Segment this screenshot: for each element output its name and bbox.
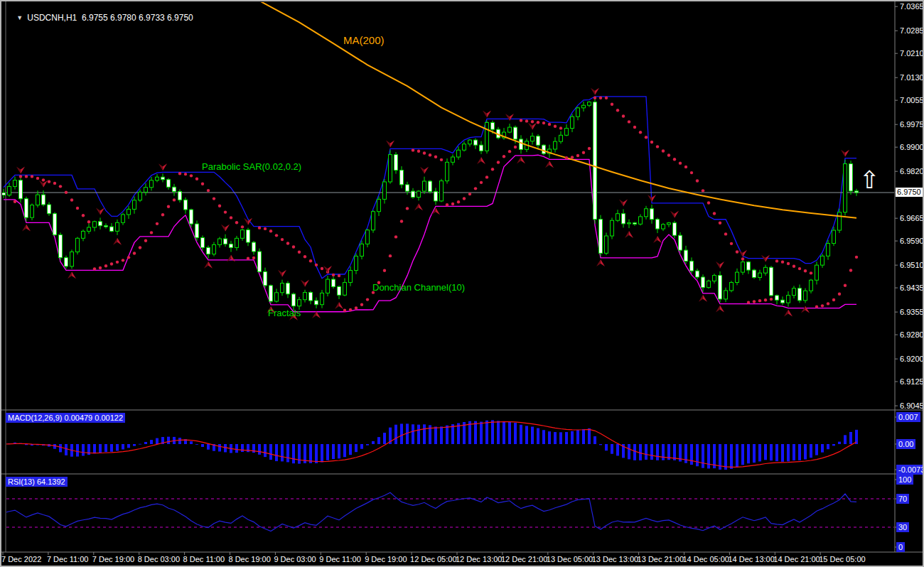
time-axis-label: 13 Dec 13:00 [592, 555, 638, 563]
price-axis-tick: 6.9200 [900, 355, 924, 363]
current-price-tag: 6.9750 [896, 188, 923, 197]
main-chart [2, 1, 895, 320]
rsi-scale-label: 100 [896, 475, 913, 485]
time-axis-label: 13 Dec 21:00 [638, 555, 684, 563]
price-axis-tick: 6.9125 [900, 377, 924, 386]
macd-scale-label: 0.00 [896, 439, 915, 449]
time-axis-label: 12 Dec 05:00 [410, 555, 456, 563]
rsi-scale-label: 30 [896, 522, 909, 532]
up-arrow-marker: ⇧ [859, 168, 880, 192]
chart-menu-dropdown-icon[interactable]: ▼ [16, 14, 23, 21]
rsi-line [4, 492, 856, 531]
price-axis-tick: 7.0210 [900, 49, 924, 58]
macd-scale-label: -0.00733 [896, 465, 924, 475]
symbol-period-label: USDCNH,H1 [27, 13, 77, 23]
macd-histogram [2, 420, 858, 470]
price-axis-tick: 6.9435 [900, 284, 924, 292]
price-axis-tick: 7.0285 [900, 26, 924, 35]
macd-label: MACD(12,26,9) 0.00479 0.00122 [6, 413, 125, 423]
time-axis-label: 12 Dec 21:00 [501, 555, 547, 563]
macd-panel [2, 420, 858, 470]
price-axis-tick: 6.9820 [900, 167, 924, 176]
time-axis-label: 13 Dec 05:00 [547, 555, 593, 563]
rsi-label: RSI(13) 64.1392 [6, 477, 68, 487]
price-axis-tick: 6.9590 [900, 237, 924, 245]
donchian-channel-label: Donchian Channel(10) [372, 282, 465, 293]
time-axis-label: 8 Dec 11:00 [183, 555, 225, 563]
price-axis-tick: 7.0130 [900, 73, 924, 82]
time-axis-label: 9 Dec 19:00 [365, 555, 407, 563]
price-axis-tick: 6.9045 [900, 401, 924, 410]
macd-scale-label: 0.007 [896, 412, 920, 422]
ma200-label: MA(200) [343, 34, 385, 46]
chart-title: ▼USDCNH,H1 6.9755 6.9780 6.9733 6.9750 [7, 3, 193, 33]
price-axis-tick: 6.9355 [900, 308, 924, 316]
price-axis-tick: 6.9900 [900, 143, 924, 151]
ohlc-quote-label: 6.9755 6.9780 6.9733 6.9750 [82, 13, 193, 23]
time-axis-label: 8 Dec 03:00 [138, 555, 180, 563]
time-axis-label: 9 Dec 11:00 [319, 555, 361, 563]
time-axis-label: 14 Dec 21:00 [773, 555, 820, 563]
candlestick-series [2, 98, 859, 310]
chart-window: ▼USDCNH,H1 6.9755 6.9780 6.9733 6.9750 M… [0, 0, 924, 567]
time-axis-label: 7 Dec 2022 [1, 555, 41, 563]
time-axis-label: 14 Dec 13:00 [728, 555, 774, 563]
price-axis-tick: 7.0055 [900, 96, 924, 104]
rsi-scale-label: 0 [896, 542, 905, 552]
rsi-scale-label: 70 [896, 494, 909, 504]
price-axis-tick: 6.9510 [900, 261, 924, 269]
price-axis-tick: 6.9280 [900, 330, 924, 339]
time-axis-label: 12 Dec 13:00 [456, 555, 502, 563]
time-axis-label: 15 Dec 05:00 [819, 555, 865, 563]
time-axis-label: 7 Dec 19:00 [92, 555, 134, 563]
time-axis-label: 8 Dec 19:00 [229, 555, 271, 563]
time-axis-label: 9 Dec 03:00 [274, 555, 316, 563]
parabolic-sar-label: Parabolic SAR(0.02,0.2) [202, 161, 301, 172]
ma200-line [259, 1, 856, 218]
price-axis-tick: 7.0365 [900, 2, 924, 11]
time-axis-label: 14 Dec 05:00 [683, 555, 729, 563]
rsi-panel [4, 492, 894, 531]
time-axis-label: 7 Dec 11:00 [47, 555, 89, 563]
macd-signal-line [4, 422, 856, 468]
fractals-label: Fractals [268, 308, 301, 318]
price-axis-tick: 6.9975 [900, 120, 924, 129]
price-axis-tick: 6.9665 [900, 214, 924, 222]
